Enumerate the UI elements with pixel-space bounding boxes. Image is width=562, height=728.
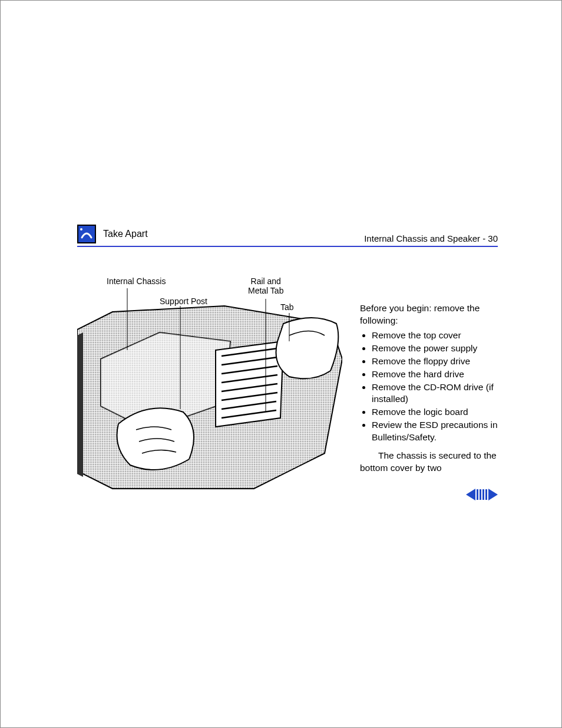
list-item: Remove the floppy drive xyxy=(372,355,498,368)
callout-internal-chassis: Internal Chassis xyxy=(107,276,166,286)
prev-page-icon[interactable] xyxy=(466,489,475,500)
header-left: Take Apart xyxy=(77,225,148,243)
prep-steps-list: Remove the top cover Remove the power su… xyxy=(360,330,498,444)
page-nav xyxy=(466,489,498,500)
page-reference: Internal Chassis and Speaker - 30 xyxy=(364,233,498,243)
page-index-icon[interactable] xyxy=(477,489,487,500)
list-item: Remove the top cover xyxy=(372,330,498,342)
service-logo-icon xyxy=(77,225,96,243)
callout-tab: Tab xyxy=(280,302,294,312)
callout-support-post: Support Post xyxy=(160,297,207,306)
list-item: Remove the CD-ROM drive (if installed) xyxy=(372,381,498,406)
list-item: Remove the power supply xyxy=(372,342,498,355)
next-page-icon[interactable] xyxy=(488,489,498,500)
chassis-diagram-svg xyxy=(77,276,342,495)
list-item: Remove the hard drive xyxy=(372,368,498,381)
page: Take Apart Internal Chassis and Speaker … xyxy=(0,0,562,728)
list-item: Remove the logic board xyxy=(372,406,498,419)
callout-rail-metal-tab: Rail and Metal Tab xyxy=(248,276,283,295)
tail-paragraph: The chassis is secured to the bottom cov… xyxy=(360,450,498,475)
header-bar: Take Apart Internal Chassis and Speaker … xyxy=(77,225,498,247)
body-columns: Internal Chassis Support Post Rail and M… xyxy=(77,276,498,495)
svg-point-0 xyxy=(80,228,82,230)
text-column-wrap: Before you begin: remove the following: … xyxy=(360,276,498,477)
illustration: Internal Chassis Support Post Rail and M… xyxy=(77,276,342,495)
list-item: Review the ESD precautions in Bulletins/… xyxy=(372,419,498,444)
section-title: Take Apart xyxy=(103,229,148,239)
content-area: Take Apart Internal Chassis and Speaker … xyxy=(77,225,498,495)
intro-paragraph: Before you begin: remove the following: xyxy=(360,302,498,327)
text-column: Before you begin: remove the following: … xyxy=(360,276,498,475)
